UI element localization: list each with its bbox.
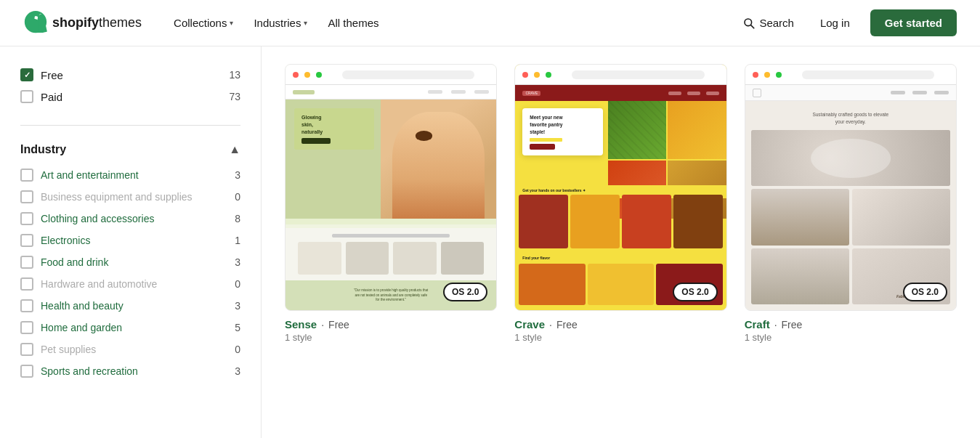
free-label: Free (41, 69, 63, 81)
industry-item-art: Art and entertainment 3 (20, 165, 240, 185)
nav-collections[interactable]: Collections ▾ (165, 11, 242, 35)
pet-checkbox[interactable] (20, 343, 33, 356)
svg-line-1 (751, 25, 755, 28)
industry-item-food: Food and drink 3 (20, 252, 240, 272)
industry-item-electronics: Electronics 1 (20, 230, 240, 251)
sense-price: Free (328, 319, 349, 330)
industries-chevron-icon: ▾ (304, 19, 307, 27)
industry-section: Industry ▲ Art and entertainment 3 Busin… (20, 143, 240, 381)
nav-industries[interactable]: Industries ▾ (245, 11, 316, 35)
crave-separator: · (549, 319, 552, 330)
craft-info: Craft · Free 1 style (745, 311, 957, 346)
industry-header: Industry ▲ (20, 143, 240, 156)
nav-all-themes[interactable]: All themes (319, 11, 387, 35)
sports-count: 3 (235, 365, 240, 377)
get-started-button[interactable]: Get started (870, 9, 957, 36)
clothing-label[interactable]: Clothing and accessories (41, 213, 227, 224)
industry-item-hardware: Hardware and automotive 0 (20, 274, 240, 294)
clothing-count: 8 (235, 213, 240, 224)
filter-paid-row: Paid 73 (20, 86, 240, 108)
business-label: Business equipment and supplies (41, 190, 227, 203)
header-right: Search Log in Get started (737, 9, 957, 36)
logo-brand: shopifythemes (52, 15, 142, 31)
clothing-checkbox[interactable] (20, 212, 33, 225)
main-nav: Collections ▾ Industries ▾ All themes (165, 11, 737, 35)
home-count: 5 (235, 322, 240, 333)
logo[interactable]: shopifythemes (23, 11, 142, 36)
crave-styles: 1 style (514, 332, 726, 343)
home-label[interactable]: Home and garden (41, 322, 227, 333)
hardware-checkbox[interactable] (20, 277, 33, 291)
industry-item-home: Home and garden 5 (20, 317, 240, 338)
food-checkbox[interactable] (20, 256, 33, 269)
sidebar: Free 13 Paid 73 Industry ▲ Art and enter… (0, 46, 262, 438)
sports-checkbox[interactable] (20, 365, 33, 378)
sense-info: Sense · Free 1 style (285, 311, 497, 346)
art-checkbox[interactable] (20, 169, 33, 182)
theme-card-crave[interactable]: CRAVE Meet your newfavorite pantrystaple… (514, 64, 726, 346)
crave-image-container: CRAVE Meet your newfavorite pantrystaple… (514, 64, 726, 311)
food-count: 3 (235, 256, 240, 268)
themes-content: Glowingskin,naturally (262, 46, 980, 438)
paid-checkbox[interactable] (20, 90, 33, 103)
main-layout: Free 13 Paid 73 Industry ▲ Art and enter… (0, 46, 980, 438)
craft-image-container: Sustainably crafted goods to elevateyour… (745, 64, 957, 311)
paid-count: 73 (229, 91, 240, 102)
pet-count: 0 (235, 344, 240, 355)
svg-point-0 (745, 19, 752, 26)
crave-os-badge: OS 2.0 (673, 283, 717, 301)
shopify-logo-icon (23, 11, 48, 36)
art-count: 3 (235, 169, 240, 181)
electronics-checkbox[interactable] (20, 234, 33, 247)
header: shopifythemes Collections ▾ Industries ▾… (0, 0, 980, 46)
free-checkbox[interactable] (20, 68, 33, 81)
sense-image-container: Glowingskin,naturally (285, 64, 497, 311)
hardware-label: Hardware and automotive (41, 278, 227, 290)
sense-name-row: Sense · Free (285, 318, 497, 330)
crave-price: Free (556, 319, 578, 330)
health-checkbox[interactable] (20, 299, 33, 312)
health-label[interactable]: Health and beauty (41, 300, 227, 312)
sense-styles: 1 style (285, 332, 497, 343)
crave-name-row: Crave · Free (514, 318, 726, 330)
electronics-label[interactable]: Electronics (41, 235, 227, 246)
art-label[interactable]: Art and entertainment (41, 169, 227, 181)
craft-name-row: Craft · Free (745, 318, 957, 330)
filter-free-row: Free 13 (20, 64, 240, 86)
industry-item-health: Health and beauty 3 (20, 296, 240, 316)
crave-info: Crave · Free 1 style (514, 311, 726, 346)
price-filter-section: Free 13 Paid 73 (20, 64, 240, 126)
business-checkbox[interactable] (20, 190, 33, 203)
electronics-count: 1 (235, 235, 240, 246)
craft-separator: · (774, 319, 777, 330)
sense-separator: · (321, 319, 324, 330)
craft-os-badge: OS 2.0 (903, 283, 947, 301)
craft-name-link[interactable]: Craft (745, 318, 770, 330)
sense-os-badge: OS 2.0 (443, 283, 487, 301)
themes-grid: Glowingskin,naturally (285, 64, 957, 346)
sense-name-link[interactable]: Sense (285, 318, 317, 330)
theme-card-craft[interactable]: Sustainably crafted goods to elevateyour… (745, 64, 957, 346)
industry-title: Industry (20, 143, 66, 156)
pet-label: Pet supplies (41, 344, 227, 355)
health-count: 3 (235, 300, 240, 312)
industry-list: Art and entertainment 3 Business equipme… (20, 165, 240, 381)
food-label[interactable]: Food and drink (41, 256, 227, 268)
theme-card-sense[interactable]: Glowingskin,naturally (285, 64, 497, 346)
craft-price: Free (782, 319, 803, 330)
industry-item-pet: Pet supplies 0 (20, 339, 240, 360)
home-checkbox[interactable] (20, 321, 33, 334)
search-icon (743, 17, 755, 29)
crave-name-link[interactable]: Crave (514, 318, 545, 330)
industry-item-clothing: Clothing and accessories 8 (20, 208, 240, 229)
paid-label: Paid (41, 91, 62, 103)
search-button[interactable]: Search (737, 11, 800, 35)
sports-label[interactable]: Sports and recreation (41, 365, 227, 377)
industry-item-sports: Sports and recreation 3 (20, 361, 240, 381)
free-count: 13 (229, 69, 240, 81)
industry-collapse-button[interactable]: ▲ (229, 143, 240, 156)
login-button[interactable]: Log in (811, 11, 859, 35)
hardware-count: 0 (235, 278, 240, 290)
industry-item-business: Business equipment and supplies 0 (20, 187, 240, 207)
business-count: 0 (235, 191, 240, 203)
